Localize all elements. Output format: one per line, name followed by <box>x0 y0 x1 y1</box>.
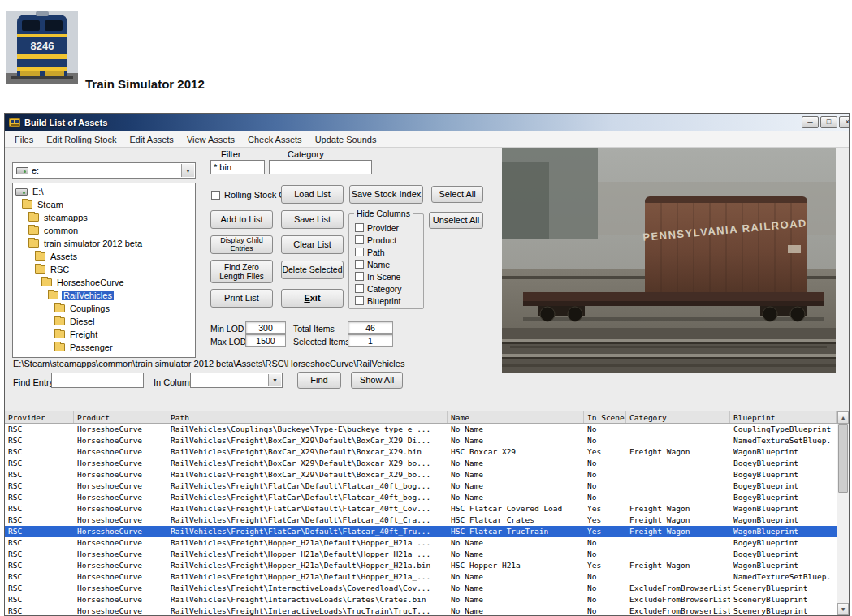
column-header-provider[interactable]: Provider <box>5 411 74 423</box>
unselect-all-button[interactable]: Unselect All <box>429 212 483 229</box>
save-stock-index-button[interactable]: Save Stock Index <box>349 185 423 204</box>
column-header-name[interactable]: Name <box>448 411 584 423</box>
table-row[interactable]: RSCHorseshoeCurveRailVehicles\Freight\Fl… <box>5 480 837 492</box>
chevron-down-icon[interactable]: ▼ <box>268 374 281 386</box>
checkbox-label: Blueprint <box>367 296 400 306</box>
title-bar[interactable]: Build List of Assets ─ □ × <box>5 114 849 131</box>
table-cell: HorseshoeCurve <box>74 594 167 605</box>
scroll-down-icon[interactable]: ▼ <box>837 603 849 615</box>
maximize-button[interactable]: □ <box>820 116 837 128</box>
menu-item-files[interactable]: Files <box>8 133 40 146</box>
tree-item-label: RSC <box>49 265 71 274</box>
table-row[interactable]: RSCHorseshoeCurveRailVehicles\Freight\Fl… <box>5 515 837 526</box>
hide-column-checkbox-provider[interactable]: Provider <box>349 222 423 234</box>
menu-item-view-assets[interactable]: View Assets <box>180 133 241 146</box>
table-cell: RailVehicles\Freight\FlatCar\Default\Fla… <box>167 515 448 526</box>
display-child-entries-button[interactable]: Display Child Entries <box>210 235 273 254</box>
table-row[interactable]: RSCHorseshoeCurveRailVehicles\Freight\Bo… <box>5 469 837 480</box>
column-header-path[interactable]: Path <box>167 411 448 423</box>
drive-select[interactable]: e: ▼ <box>12 162 196 179</box>
hide-column-checkbox-path[interactable]: Path <box>349 246 423 258</box>
table-cell: NamedTextureSetBluep. <box>730 571 837 583</box>
table-cell: Freight Wagon <box>626 515 730 526</box>
menu-item-check-assets[interactable]: Check Assets <box>241 133 309 146</box>
in-column-select[interactable]: ▼ <box>190 373 283 388</box>
tree-item-railvehicles[interactable]: RailVehicles <box>13 289 195 302</box>
category-input[interactable] <box>269 160 372 174</box>
hide-column-checkbox-in-scene[interactable]: In Scene <box>349 270 423 282</box>
max-lod-input[interactable]: 1500 <box>245 334 286 347</box>
find-button[interactable]: Find <box>297 372 341 389</box>
select-all-button[interactable]: Select All <box>431 186 483 203</box>
tree-item-passenger[interactable]: Passenger <box>13 341 195 354</box>
table-row[interactable]: RSCHorseshoeCurveRailVehicles\Freight\Ho… <box>5 560 837 571</box>
table-row[interactable]: RSCHorseshoeCurveRailVehicles\Freight\In… <box>5 605 837 615</box>
menu-item-update-sounds[interactable]: Update Sounds <box>309 133 383 146</box>
find-entry-input[interactable] <box>51 373 144 388</box>
hide-column-checkbox-category[interactable]: Category <box>349 282 423 295</box>
tree-item-freight[interactable]: Freight <box>13 328 195 341</box>
menu-item-edit-rolling-stock[interactable]: Edit Rolling Stock <box>40 133 123 146</box>
table-cell: RailVehicles\Freight\BoxCar_X29\Default\… <box>167 458 448 469</box>
table-cell: WagonBlueprint <box>730 503 837 515</box>
table-row[interactable]: RSCHorseshoeCurveRailVehicles\Freight\Fl… <box>5 492 837 503</box>
table-row[interactable]: RSCHorseshoeCurveRailVehicles\Freight\In… <box>5 583 837 594</box>
tree-item-rsc[interactable]: RSC <box>13 263 195 276</box>
close-button[interactable]: × <box>839 116 850 128</box>
tree-item-steam[interactable]: Steam <box>13 198 195 211</box>
scroll-up-icon[interactable]: ▲ <box>837 411 849 424</box>
column-header-product[interactable]: Product <box>74 411 167 423</box>
tree-item-couplings[interactable]: Couplings <box>13 302 195 315</box>
print-list-button[interactable]: Print List <box>210 289 273 308</box>
filter-label: Filter <box>221 149 240 159</box>
hide-column-checkbox-name[interactable]: Name <box>349 258 423 270</box>
table-cell: RailVehicles\Freight\BoxCar_X29\Default\… <box>167 446 448 458</box>
filter-input[interactable]: *.bin <box>210 160 265 174</box>
table-row[interactable]: RSCHorseshoeCurveRailVehicles\Freight\In… <box>5 594 837 605</box>
hide-column-checkbox-product[interactable]: Product <box>349 234 423 246</box>
table-row[interactable]: RSCHorseshoeCurveRailVehicles\Freight\Bo… <box>5 446 837 458</box>
add-to-list-button[interactable]: Add to List <box>210 210 273 229</box>
save-list-button[interactable]: Save List <box>281 210 344 229</box>
tree-item-common[interactable]: common <box>13 224 195 237</box>
chevron-down-icon[interactable]: ▼ <box>181 164 194 177</box>
table-row[interactable]: RSCHorseshoeCurveRailVehicles\Couplings\… <box>5 424 837 435</box>
table-row[interactable]: RSCHorseshoeCurveRailVehicles\Freight\Bo… <box>5 458 837 469</box>
tree-item-steamapps[interactable]: steamapps <box>13 211 195 224</box>
table-row[interactable]: RSCHorseshoeCurveRailVehicles\Freight\Ho… <box>5 571 837 583</box>
table-row[interactable]: RSCHorseshoeCurveRailVehicles\Freight\Ho… <box>5 549 837 560</box>
table-scrollbar[interactable]: ▲ ▼ <box>837 411 849 615</box>
clear-list-button[interactable]: Clear List <box>281 235 344 254</box>
hide-column-checkbox-blueprint[interactable]: Blueprint <box>349 295 423 307</box>
table-cell: No Name <box>448 594 584 605</box>
tree-item-e[interactable]: E:\ <box>13 185 195 198</box>
column-header-in-scene[interactable]: In Scene <box>584 411 626 423</box>
minimize-button[interactable]: ─ <box>802 116 819 128</box>
tree-item-train-simulator-2012-beta[interactable]: train simulator 2012 beta <box>13 237 195 250</box>
table-cell <box>626 424 730 435</box>
folder-icon <box>28 226 39 235</box>
delete-selected-button[interactable]: Delete Selected <box>281 261 344 279</box>
table-cell: RSC <box>5 469 74 480</box>
table-row[interactable]: RSCHorseshoeCurveRailVehicles\Freight\Fl… <box>5 503 837 515</box>
table-cell: WagonBlueprint <box>730 526 837 537</box>
load-list-button[interactable]: Load List <box>281 185 344 204</box>
menu-item-edit-assets[interactable]: Edit Assets <box>123 133 179 146</box>
tree-item-horseshoecurve[interactable]: HorseshoeCurve <box>13 276 195 289</box>
find-zero-length-files-button[interactable]: Find Zero Length Files <box>210 260 273 283</box>
table-row[interactable]: RSCHorseshoeCurveRailVehicles\Freight\Fl… <box>5 526 837 537</box>
tree-item-assets[interactable]: Assets <box>13 250 195 263</box>
min-lod-input[interactable]: 300 <box>245 321 286 334</box>
table-row[interactable]: RSCHorseshoeCurveRailVehicles\Freight\Bo… <box>5 435 837 446</box>
table-cell: HorseshoeCurve <box>74 560 167 571</box>
table-row[interactable]: RSCHorseshoeCurveRailVehicles\Freight\Ho… <box>5 537 837 549</box>
column-header-blueprint[interactable]: Blueprint <box>730 411 837 423</box>
column-header-category[interactable]: Category <box>626 411 730 423</box>
table-cell: ExcludeFromBrowserList <box>626 605 730 615</box>
show-all-button[interactable]: Show All <box>351 372 403 389</box>
checkbox-label: Path <box>367 248 385 257</box>
exit-button[interactable]: Exit <box>281 289 344 308</box>
folder-icon <box>54 330 65 338</box>
tree-item-diesel[interactable]: Diesel <box>13 315 195 328</box>
scrollbar-thumb[interactable] <box>838 424 848 493</box>
